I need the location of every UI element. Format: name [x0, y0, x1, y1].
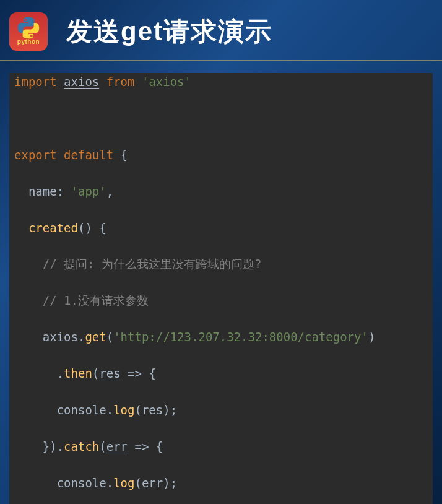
code-line: created() { — [9, 219, 433, 237]
code-line: axios.get('http://123.207.32.32:8000/cat… — [9, 328, 433, 346]
code-line: // 提问: 为什么我这里没有跨域的问题? — [9, 255, 433, 273]
code-block: import axios from 'axios' export default… — [9, 73, 433, 504]
code-line — [9, 110, 433, 128]
code-line: console.log(res); — [9, 401, 433, 419]
python-logo-icon: python — [9, 12, 48, 51]
page-title: 发送get请求演示 — [66, 14, 272, 49]
code-line: // 1.没有请求参数 — [9, 292, 433, 310]
code-line: export default { — [9, 146, 433, 164]
code-line: import axios from 'axios' — [9, 73, 433, 91]
code-line: name: 'app', — [9, 183, 433, 201]
header: python 发送get请求演示 — [0, 0, 442, 61]
code-line: .then(res => { — [9, 365, 433, 383]
code-line: }).catch(err => { — [9, 438, 433, 456]
code-line: console.log(err); — [9, 474, 433, 492]
